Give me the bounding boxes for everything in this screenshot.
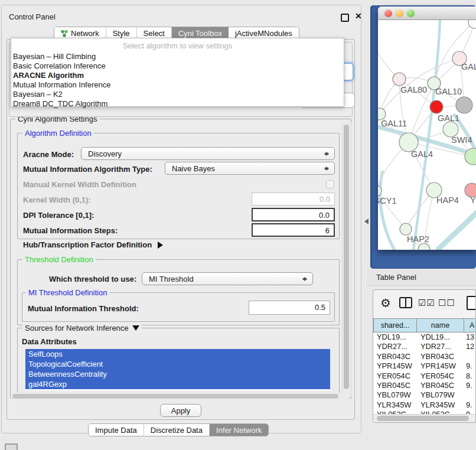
mi-threshold-field[interactable]: 0.5 — [249, 301, 330, 315]
table-row[interactable]: YBR045CYBR045C9. — [373, 381, 475, 390]
menu-item[interactable]: Dream8 DC_TDC Algorithm — [12, 99, 337, 109]
network-window-titlebar[interactable] — [378, 6, 476, 20]
gear-icon[interactable]: ⚙ — [380, 296, 391, 310]
table-row[interactable]: YDR27...YDR27...12 — [373, 342, 475, 351]
apply-button[interactable]: Apply — [160, 404, 201, 417]
table-horizontal-scrollbar[interactable] — [373, 414, 476, 422]
cyni-bottom-tabs: Impute Data Discretize Data Infer Networ… — [88, 423, 269, 436]
list-item[interactable]: TopologicalCoefficient — [25, 359, 330, 369]
network-canvas[interactable]: GALGAL80GAL10GAL11GAL1GAL4SWI4GCY1HAP4YH… — [378, 20, 476, 250]
mi-steps-field[interactable]: 6 — [252, 223, 335, 237]
table-body: YDL19...YDL19...13YDR27...YDR27...12YBR0… — [373, 332, 475, 420]
menu-item[interactable]: Bayesian – Hill Climbing — [12, 52, 337, 61]
tab-infer-network[interactable]: Infer Network — [210, 424, 268, 436]
which-threshold-label: Which threshold to use: — [49, 275, 136, 283]
table-cell: 9. — [464, 400, 476, 410]
tab-label: Infer Network — [216, 426, 262, 435]
tab-style[interactable]: Style — [106, 27, 137, 39]
settings-horizontal-scrollbar[interactable] — [11, 393, 349, 400]
node-label: Y — [470, 195, 476, 205]
list-item[interactable]: BetweennessCentrality — [25, 369, 330, 379]
spinner-arrows-icon — [324, 165, 329, 172]
tab-jactivemnodules[interactable]: jActiveMNodules — [229, 27, 299, 39]
close-traffic-light-icon[interactable] — [384, 9, 392, 17]
minimize-traffic-light-icon[interactable] — [396, 9, 403, 17]
manual-kernel-checkbox[interactable] — [326, 180, 334, 188]
table-cell: 9. — [464, 361, 476, 371]
scrollbar-thumb[interactable] — [344, 125, 349, 389]
tab-label: Cyni Toolbox — [178, 29, 222, 38]
network-icon — [61, 30, 68, 37]
network-node[interactable] — [418, 243, 430, 250]
data-attributes-label: Data Attributes — [22, 337, 77, 346]
table-cell: YBR043C — [417, 352, 464, 361]
tab-cyni-toolbox[interactable]: Cyni Toolbox — [172, 27, 229, 39]
tab-select[interactable]: Select — [137, 27, 172, 39]
which-threshold-select[interactable]: MI Threshold — [142, 272, 313, 285]
menu-item[interactable]: ARACNE Algorithm — [12, 71, 337, 80]
menu-item[interactable]: Basic Correlation Inference — [12, 61, 337, 71]
table-panel-header: Table Panel — [366, 269, 476, 286]
network-edge[interactable] — [378, 36, 399, 79]
aracne-mode-select[interactable]: Discovery — [81, 147, 335, 160]
spinner-arrows-icon — [302, 275, 307, 283]
network-node[interactable] — [400, 223, 412, 235]
tab-impute-data[interactable]: Impute Data — [89, 424, 144, 436]
table-row[interactable]: YLR345WYLR345W9. — [373, 400, 475, 410]
table-row[interactable]: YPR145WYPR145W9. — [373, 361, 475, 371]
panel-splitter-handle[interactable] — [361, 219, 369, 224]
mi-steps-label: Mutual Information Steps: — [23, 226, 118, 235]
deselect-all-icon[interactable]: ☐☐ — [438, 298, 455, 308]
tab-discretize-data[interactable]: Discretize Data — [144, 424, 210, 436]
node-label: GAL80 — [400, 85, 427, 94]
network-edge[interactable] — [437, 212, 476, 250]
settings-vertical-scrollbar[interactable] — [342, 122, 351, 396]
zoom-traffic-light-icon[interactable] — [407, 9, 415, 17]
file-icon[interactable] — [467, 296, 476, 310]
table-cell: 12 — [464, 342, 476, 351]
table-cell: YPR145W — [417, 361, 464, 371]
hub-definition-expander[interactable]: Hub/Transcription Factor Definition — [23, 240, 167, 249]
list-item[interactable]: SelfLoops — [25, 349, 330, 359]
table-cell: YBR043C — [373, 352, 417, 361]
table-row[interactable]: YBR043CYBR043C — [373, 352, 475, 361]
collapsed-panel-icon[interactable] — [5, 444, 18, 450]
menu-item[interactable]: Mutual Information Inference — [12, 80, 337, 90]
menu-item[interactable]: Bayesian – K2 — [12, 90, 337, 99]
scrollbar-thumb[interactable] — [12, 394, 338, 399]
network-node[interactable] — [430, 100, 443, 113]
network-node[interactable] — [456, 97, 472, 113]
tab-label: Select — [144, 29, 165, 38]
tab-label: Network — [71, 29, 99, 38]
split-panel-icon[interactable] — [399, 297, 412, 308]
node-label: SWI4 — [451, 135, 472, 145]
network-node[interactable] — [378, 108, 386, 120]
node-label: HAP2 — [407, 234, 429, 244]
mi-algorithm-type-select[interactable]: Naive Bayes — [165, 162, 335, 175]
table-row[interactable]: YDL19...YDL19...13 — [373, 332, 475, 342]
dpi-tolerance-field[interactable]: 0.0 — [252, 208, 335, 221]
tab-label: Style — [113, 29, 130, 38]
network-edge[interactable] — [378, 114, 380, 172]
scrollbar-thumb[interactable] — [377, 416, 469, 421]
network-node[interactable] — [468, 20, 476, 28]
mi-threshold-label: Mutual Information Threshold: — [28, 304, 139, 313]
manual-kernel-label: Manual Kernel Width Definition — [23, 180, 136, 189]
kernel-width-field[interactable]: 0.0 — [252, 193, 335, 206]
list-item[interactable]: gal4RGexp — [25, 379, 330, 389]
close-icon[interactable]: ✕ — [355, 11, 362, 21]
expand-arrow-icon — [158, 242, 167, 249]
float-window-icon[interactable] — [341, 14, 349, 22]
column-header[interactable]: name — [417, 318, 464, 332]
column-header[interactable]: A — [464, 318, 476, 332]
table-row[interactable]: YBL079WYBL079W — [373, 390, 475, 400]
table-row[interactable]: YER054CYER054C8. — [373, 371, 475, 381]
network-edge[interactable] — [380, 171, 395, 250]
select-all-icon[interactable]: ☑☑ — [418, 298, 435, 308]
column-header[interactable]: shared... — [373, 318, 417, 332]
tab-network[interactable]: Network — [54, 27, 106, 39]
spinner-arrows-icon — [324, 150, 329, 158]
selected-value: Discovery — [88, 149, 122, 158]
network-node[interactable] — [393, 73, 406, 86]
node-label: GAL10 — [435, 87, 462, 96]
